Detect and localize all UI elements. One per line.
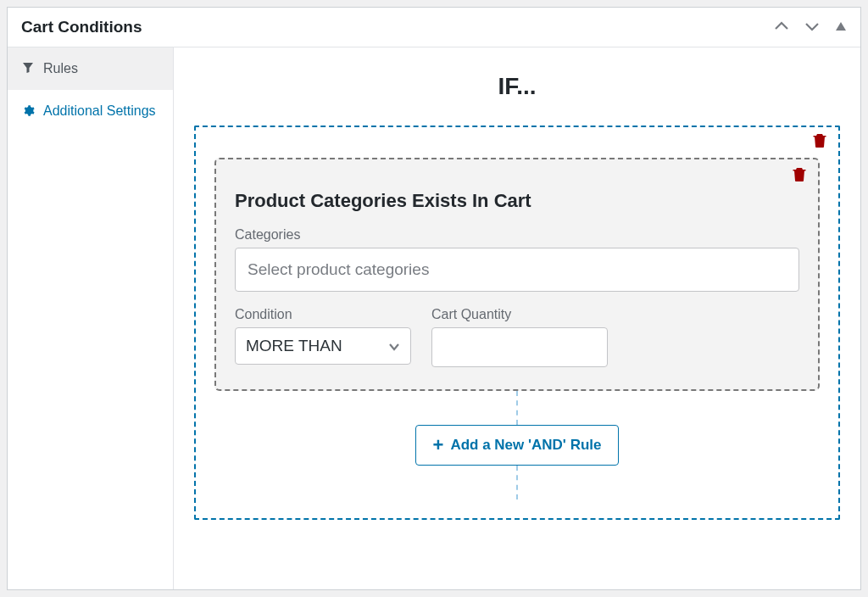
add-and-rule-button[interactable]: + Add a New 'AND' Rule bbox=[415, 425, 620, 466]
rule-title: Product Categories Exists In Cart bbox=[235, 190, 799, 212]
quantity-input[interactable] bbox=[431, 327, 608, 367]
panel-body: Rules Additional Settings IF... bbox=[8, 47, 860, 589]
plus-icon: + bbox=[433, 436, 444, 455]
condition-select[interactable]: MORE THAN bbox=[235, 327, 411, 365]
move-up-icon[interactable] bbox=[774, 20, 789, 35]
sidebar: Rules Additional Settings bbox=[8, 47, 174, 589]
sidebar-item-additional-settings[interactable]: Additional Settings bbox=[8, 90, 173, 132]
sidebar-item-label: Additional Settings bbox=[43, 102, 156, 120]
add-button-label: Add a New 'AND' Rule bbox=[450, 437, 601, 454]
rule-card: Product Categories Exists In Cart Catego… bbox=[214, 158, 820, 391]
delete-rule-button[interactable] bbox=[793, 166, 806, 185]
main-content: IF... Product Categories Exists In Cart … bbox=[174, 47, 860, 589]
panel-title: Cart Conditions bbox=[21, 18, 142, 36]
categories-label: Categories bbox=[235, 227, 799, 243]
connector-line bbox=[516, 391, 518, 425]
collapse-icon[interactable] bbox=[835, 20, 847, 35]
filter-icon bbox=[21, 61, 35, 75]
condition-value: MORE THAN bbox=[246, 337, 342, 355]
rules-heading: IF... bbox=[194, 73, 840, 100]
move-down-icon[interactable] bbox=[804, 20, 820, 35]
cart-conditions-panel: Cart Conditions Rules bbox=[7, 7, 861, 590]
chevron-down-icon bbox=[388, 337, 400, 355]
categories-select[interactable]: Select product categories bbox=[235, 248, 799, 292]
quantity-label: Cart Quantity bbox=[431, 307, 608, 322]
sidebar-item-rules[interactable]: Rules bbox=[8, 47, 173, 90]
connector-line bbox=[516, 466, 518, 499]
gear-icon bbox=[21, 103, 35, 117]
condition-row: Condition MORE THAN Cart Quantity bbox=[235, 307, 799, 367]
sidebar-item-label: Rules bbox=[43, 59, 78, 78]
delete-group-button[interactable] bbox=[813, 132, 826, 151]
panel-header: Cart Conditions bbox=[8, 8, 860, 47]
condition-label: Condition bbox=[235, 307, 411, 322]
rule-group: Product Categories Exists In Cart Catego… bbox=[194, 126, 840, 520]
panel-controls bbox=[774, 20, 847, 35]
